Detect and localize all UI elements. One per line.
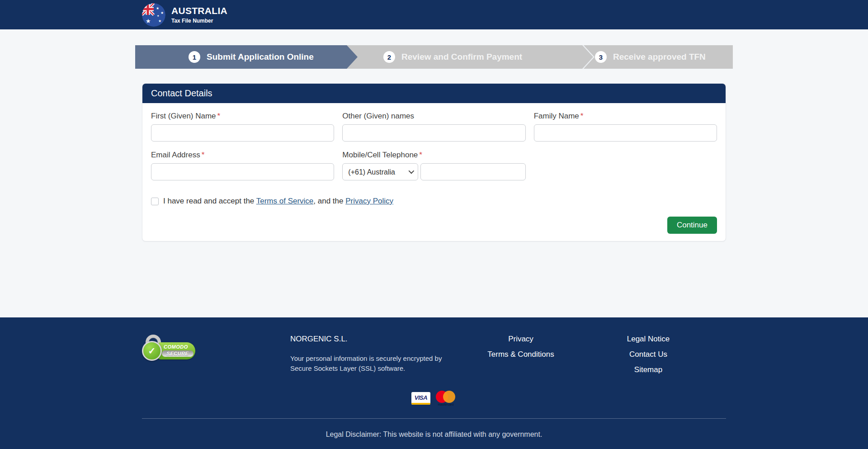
consent-text: I have read and accept the Terms of Serv… [163, 197, 393, 206]
other-names-field[interactable] [342, 124, 525, 142]
step-label: Submit Application Online [207, 52, 314, 62]
required-asterisk: * [419, 151, 422, 159]
step-number-badge: 2 [383, 51, 395, 63]
main-content: 1 Submit Application Online 2 Review and… [0, 29, 868, 317]
footer-link-privacy[interactable]: Privacy [471, 335, 571, 344]
legal-disclaimer: Legal Disclaimer: This website is not af… [142, 430, 726, 439]
step-review-payment: 2 Review and Confirm Payment [383, 45, 522, 69]
site-header: ★ ★ ★ ★ ★ AUSTRALIA Tax File Number [0, 0, 868, 29]
ssl-description: Your personal information is securely en… [290, 354, 471, 373]
footer-link-contact-us[interactable]: Contact Us [571, 350, 726, 359]
contact-details-card: Contact Details First (Given) Name* Othe… [142, 83, 726, 241]
first-name-field[interactable] [151, 124, 334, 142]
email-label: Email Address* [151, 151, 334, 160]
consent-checkbox[interactable] [151, 198, 159, 205]
email-field[interactable] [151, 163, 334, 180]
svg-text:★: ★ [156, 6, 159, 10]
family-name-field[interactable] [534, 124, 717, 142]
brand-subtitle: Tax File Number [171, 18, 227, 24]
continue-button[interactable]: Continue [667, 217, 717, 234]
svg-text:★: ★ [160, 11, 164, 15]
company-name: NORGENIC S.L. [290, 335, 471, 344]
phone-number-field[interactable] [420, 163, 525, 180]
card-header: Contact Details [142, 84, 726, 103]
stepper-segment-divider [582, 45, 594, 69]
card-title: Contact Details [151, 88, 212, 99]
terms-of-service-link[interactable]: Terms of Service [256, 197, 314, 205]
australia-flag-icon: ★ ★ ★ ★ ★ [142, 3, 165, 27]
visa-icon: VISA [411, 392, 430, 405]
required-asterisk: * [217, 112, 221, 120]
family-name-label: Family Name* [534, 112, 717, 121]
footer-divider [142, 418, 726, 419]
payment-methods: VISA mastercard [142, 391, 726, 406]
checkmark-icon: ✓ [142, 341, 162, 361]
consent-row: I have read and accept the Terms of Serv… [151, 197, 717, 206]
brand-title: AUSTRALIA [171, 5, 227, 16]
progress-stepper: 1 Submit Application Online 2 Review and… [135, 45, 733, 69]
comodo-label: COMODO [157, 342, 195, 350]
stepper-track: 1 Submit Application Online 2 Review and… [135, 45, 733, 69]
step-number-badge: 1 [189, 51, 200, 63]
site-footer: ✓ COMODO SECURE NORGENIC S.L. Your perso… [0, 317, 868, 449]
required-asterisk: * [202, 151, 205, 159]
step-receive-tfn: 3 Receive approved TFN [595, 45, 706, 69]
svg-text:★: ★ [146, 18, 151, 24]
first-name-label: First (Given) Name* [151, 112, 334, 121]
step-label: Review and Confirm Payment [401, 52, 522, 62]
step-submit-application: 1 Submit Application Online [189, 45, 314, 69]
brand-logo[interactable]: ★ ★ ★ ★ ★ AUSTRALIA Tax File Number [142, 3, 227, 27]
mastercard-icon: mastercard [435, 391, 457, 406]
comodo-secure-badge: ✓ COMODO SECURE [142, 335, 196, 361]
secure-label: SECURE [162, 350, 193, 357]
phone-label: Mobile/Cell Telephone* [342, 151, 525, 160]
other-names-label: Other (Given) names [342, 112, 525, 121]
required-asterisk: * [580, 112, 584, 120]
svg-text:★: ★ [157, 14, 159, 17]
svg-text:★: ★ [158, 19, 161, 23]
country-code-select[interactable]: (+61) Australia [342, 163, 418, 180]
footer-link-terms[interactable]: Terms & Conditions [471, 350, 571, 359]
step-number-badge: 3 [595, 51, 607, 63]
footer-link-sitemap[interactable]: Sitemap [571, 365, 726, 374]
privacy-policy-link[interactable]: Privacy Policy [345, 197, 393, 205]
footer-link-legal-notice[interactable]: Legal Notice [571, 335, 726, 344]
step-label: Receive approved TFN [613, 52, 706, 62]
